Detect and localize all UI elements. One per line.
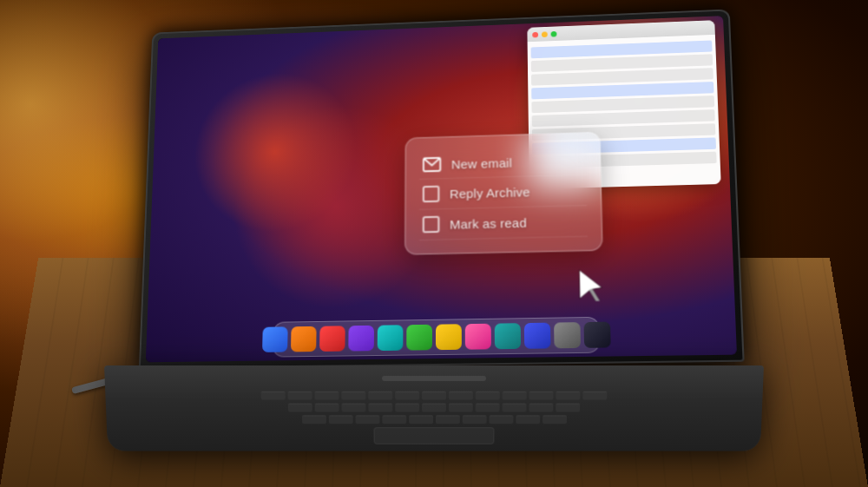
svg-marker-4 — [580, 270, 602, 298]
laptop-screen-lid: New email Reply Archive Mark as read — [139, 10, 745, 370]
dock-icon-facetime[interactable] — [406, 325, 432, 351]
key — [261, 392, 286, 400]
dock-icon-appstore[interactable] — [554, 322, 581, 348]
key — [409, 415, 433, 424]
key — [529, 404, 553, 412]
key — [435, 415, 459, 424]
key — [382, 415, 406, 424]
key — [355, 415, 379, 424]
key — [368, 392, 392, 400]
dock-icon-music[interactable] — [465, 324, 491, 350]
key — [422, 404, 446, 412]
dock-icon-safari[interactable] — [291, 326, 317, 352]
key — [395, 404, 419, 412]
keyboard-row-2 — [141, 404, 728, 412]
laptop-base — [104, 365, 764, 451]
menu-item-reply-archive[interactable]: Reply Archive — [419, 174, 587, 209]
minimize-button[interactable] — [542, 31, 548, 37]
key — [449, 404, 473, 412]
key — [422, 392, 446, 400]
key — [542, 415, 567, 424]
menu-item-mark-as-read[interactable]: Mark as read — [419, 206, 588, 240]
key — [503, 404, 527, 412]
menu-item-new-email[interactable]: New email — [419, 146, 587, 180]
key — [556, 404, 580, 412]
screen-bezel: New email Reply Archive Mark as read — [146, 16, 737, 362]
key — [556, 392, 580, 400]
close-button[interactable] — [532, 31, 538, 37]
macos-desktop: New email Reply Archive Mark as read — [146, 16, 737, 362]
key — [368, 404, 392, 412]
keyboard-row-3 — [141, 415, 727, 424]
key — [341, 392, 365, 400]
key — [342, 404, 366, 412]
key — [529, 392, 554, 400]
trackpad[interactable] — [374, 427, 495, 444]
key — [476, 392, 500, 400]
dock-icon-mail[interactable] — [319, 326, 345, 352]
key — [301, 415, 326, 424]
key — [315, 404, 339, 412]
context-menu: New email Reply Archive Mark as read — [404, 132, 602, 255]
checkbox-mark-icon — [423, 216, 440, 234]
key — [449, 392, 473, 400]
checkbox-reply-icon — [423, 186, 439, 202]
maximize-button[interactable] — [551, 30, 557, 36]
dock-icon-messages[interactable] — [378, 325, 404, 351]
key — [462, 415, 486, 424]
key — [516, 415, 540, 424]
dock-icon-settings[interactable] — [584, 322, 611, 348]
key — [395, 392, 419, 400]
dock-icon-reminders[interactable] — [524, 323, 551, 349]
key — [503, 392, 527, 400]
dock-icon-calendar[interactable] — [495, 323, 521, 349]
key — [314, 392, 339, 400]
macos-dock — [273, 317, 601, 358]
key — [328, 415, 352, 424]
menu-label-new-email: New email — [451, 155, 512, 171]
laptop: New email Reply Archive Mark as read — [87, 1, 781, 452]
dock-icon-notes[interactable] — [436, 324, 462, 350]
key — [582, 392, 607, 400]
scene: New email Reply Archive Mark as read — [0, 0, 868, 487]
dock-icon-finder[interactable] — [262, 326, 288, 352]
menu-label-mark-as-read: Mark as read — [450, 215, 527, 231]
key — [288, 404, 312, 412]
key — [476, 404, 500, 412]
svg-line-3 — [590, 289, 597, 301]
menu-label-reply-archive: Reply Archive — [450, 184, 530, 201]
keyboard-row-1 — [140, 392, 728, 400]
key — [288, 392, 312, 400]
key — [489, 415, 513, 424]
envelope-icon — [423, 157, 441, 172]
dock-icon-photos[interactable] — [348, 326, 374, 352]
